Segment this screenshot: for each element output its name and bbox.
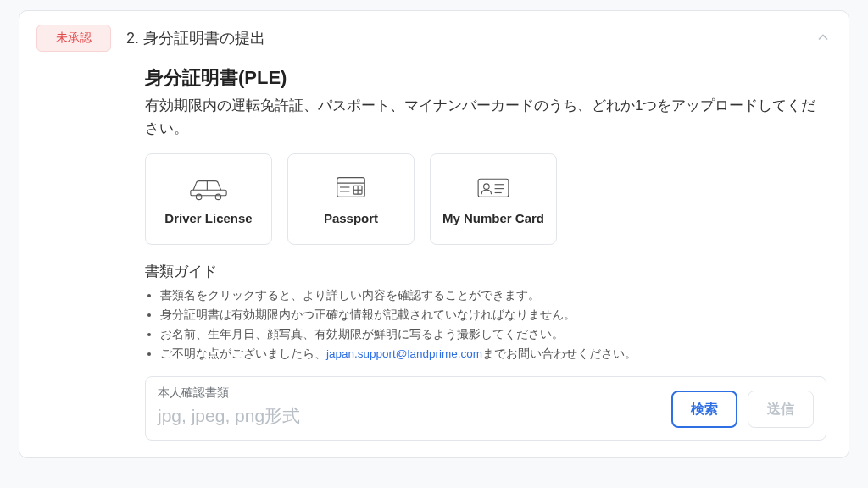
panel-header[interactable]: 未承認 2. 身分証明書の提出	[36, 25, 832, 52]
doc-option-my-number-card[interactable]: My Number Card	[430, 153, 557, 245]
upload-field[interactable]: 本人確認書類 jpg, jpeg, png形式	[158, 385, 661, 428]
guide-item-contact: ご不明な点がございましたら、japan.support@landprime.co…	[160, 345, 826, 364]
step-title: 2. 身分証明書の提出	[126, 28, 265, 48]
guide-item: お名前、生年月日、顔写真、有効期限が鮮明に写るよう撮影してください。	[160, 325, 826, 345]
doc-option-passport[interactable]: Passport	[287, 153, 415, 245]
status-badge: 未承認	[36, 25, 111, 52]
car-icon	[186, 173, 231, 204]
section-title: 身分証明書(PLE)	[145, 65, 826, 91]
guide-item: 書類名をクリックすると、より詳しい内容を確認することができます。	[160, 286, 826, 306]
guide-list: 書類名をクリックすると、より詳しい内容を確認することができます。 身分証明書は有…	[145, 286, 826, 364]
guide-heading: 書類ガイド	[145, 262, 826, 281]
doc-option-driver-license[interactable]: Driver License	[145, 153, 272, 245]
passport-icon	[329, 173, 373, 204]
upload-label: 本人確認書類	[158, 385, 661, 401]
upload-placeholder: jpg, jpeg, png形式	[158, 404, 661, 428]
doc-option-label: My Number Card	[442, 211, 544, 226]
guide-contact-suffix: までお問い合わせください。	[482, 347, 637, 360]
svg-point-2	[215, 194, 221, 200]
svg-rect-0	[191, 190, 226, 196]
guide-item: 身分証明書は有効期限内かつ正確な情報が記載されていなければなりません。	[160, 306, 826, 325]
svg-rect-11	[478, 179, 509, 197]
submit-button[interactable]: 送信	[748, 391, 814, 428]
chevron-up-icon[interactable]	[815, 29, 832, 48]
svg-point-1	[196, 194, 202, 200]
upload-row: 本人確認書類 jpg, jpeg, png形式 検索 送信	[145, 376, 826, 441]
doc-option-label: Passport	[324, 211, 378, 226]
document-options: Driver License Passport	[145, 153, 826, 245]
support-email-link[interactable]: japan.support@landprime.com	[326, 347, 482, 360]
svg-point-12	[484, 184, 490, 190]
panel-body: 身分証明書(PLE) 有効期限内の運転免許証、パスポート、マイナンバーカードのう…	[36, 52, 832, 441]
guide-contact-prefix: ご不明な点がございましたら、	[160, 347, 326, 360]
section-lead: 有効期限内の運転免許証、パスポート、マイナンバーカードのうち、どれか1つをアップ…	[145, 94, 826, 140]
id-submission-panel: 未承認 2. 身分証明書の提出 身分証明書(PLE) 有効期限内の運転免許証、パ…	[19, 10, 849, 458]
doc-option-label: Driver License	[164, 211, 252, 226]
id-card-icon	[471, 173, 515, 204]
browse-button[interactable]: 検索	[671, 391, 737, 428]
